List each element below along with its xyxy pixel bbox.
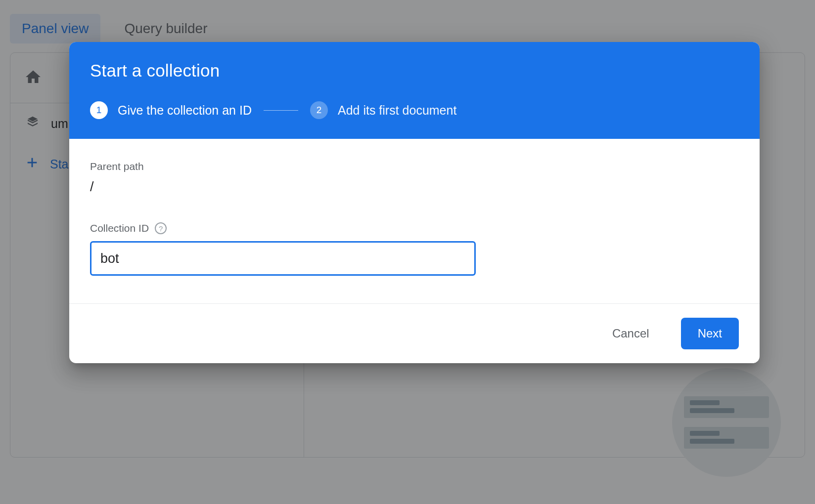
- collection-id-label-row: Collection ID ?: [90, 222, 739, 234]
- step-2-label: Add its first document: [338, 103, 456, 118]
- step-1: 1 Give the collection an ID: [90, 101, 252, 119]
- cancel-button[interactable]: Cancel: [595, 318, 666, 349]
- help-icon[interactable]: ?: [155, 222, 167, 234]
- stepper: 1 Give the collection an ID 2 Add its fi…: [90, 101, 739, 119]
- dialog-header: Start a collection 1 Give the collection…: [69, 42, 760, 139]
- collection-id-label: Collection ID: [90, 222, 149, 234]
- parent-path-label: Parent path: [90, 161, 739, 172]
- step-2-badge: 2: [310, 101, 328, 119]
- dialog-footer: Cancel Next: [69, 303, 760, 363]
- next-button[interactable]: Next: [681, 318, 739, 349]
- start-collection-dialog: Start a collection 1 Give the collection…: [69, 42, 760, 363]
- step-2: 2 Add its first document: [310, 101, 456, 119]
- step-connector: [264, 110, 298, 111]
- dialog-body: Parent path / Collection ID ?: [69, 139, 760, 303]
- collection-id-input[interactable]: [90, 241, 476, 276]
- dialog-title: Start a collection: [90, 61, 739, 81]
- step-1-badge: 1: [90, 101, 108, 119]
- step-1-label: Give the collection an ID: [118, 103, 252, 118]
- parent-path-value: /: [90, 179, 739, 195]
